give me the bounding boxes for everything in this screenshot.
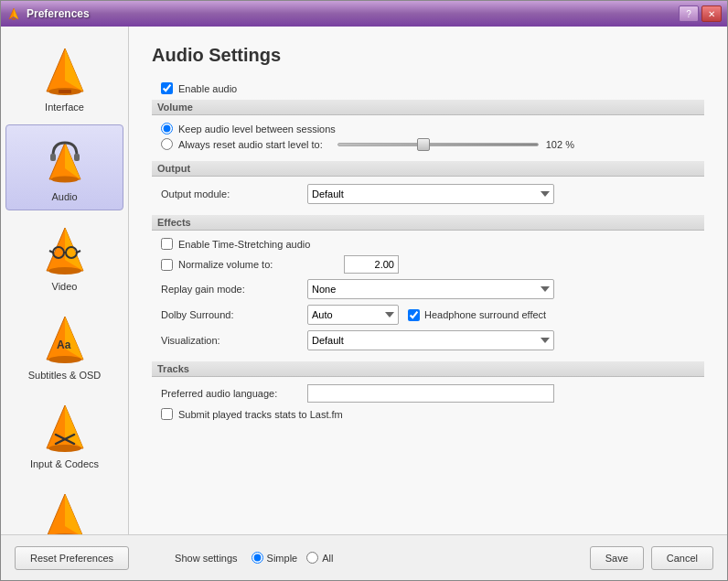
sidebar-item-input[interactable]: Input & Codecs bbox=[5, 393, 123, 477]
sidebar-interface-label: Interface bbox=[45, 102, 84, 113]
sidebar-item-interface[interactable]: Interface bbox=[5, 36, 123, 120]
time-stretch-checkbox[interactable] bbox=[161, 238, 173, 250]
volume-percent: 102 % bbox=[546, 139, 578, 150]
svg-rect-2 bbox=[12, 18, 16, 20]
reset-level-radio[interactable] bbox=[161, 138, 173, 150]
language-label: Preferred audio language: bbox=[161, 388, 307, 399]
preferences-window: Preferences ? ✕ Interface bbox=[0, 0, 728, 581]
language-input[interactable] bbox=[307, 384, 554, 403]
window-title: Preferences bbox=[27, 7, 90, 20]
simple-radio[interactable] bbox=[252, 552, 263, 564]
sidebar-video-label: Video bbox=[52, 281, 78, 292]
input-icon bbox=[37, 400, 92, 455]
headphone-row: Headphone surround effect bbox=[408, 309, 546, 321]
all-radio[interactable] bbox=[306, 552, 318, 564]
enable-audio-checkbox[interactable] bbox=[161, 82, 173, 94]
tracks-header: Tracks bbox=[152, 361, 704, 377]
all-radio-item: All bbox=[306, 552, 333, 564]
effects-section: Effects Enable Time-Stretching audio Nor… bbox=[152, 215, 704, 350]
sidebar-item-hotkeys[interactable]: Hotkeys bbox=[5, 481, 123, 534]
title-bar: Preferences ? ✕ bbox=[1, 1, 727, 27]
reset-level-row: Always reset audio start level to: 102 % bbox=[152, 138, 704, 150]
headphone-checkbox[interactable] bbox=[408, 309, 420, 321]
output-header: Output bbox=[152, 161, 704, 177]
replay-gain-label: Replay gain mode: bbox=[161, 284, 307, 295]
dolby-select[interactable]: Auto On Off bbox=[307, 305, 399, 325]
simple-label: Simple bbox=[267, 553, 298, 564]
volume-section: Volume Keep audio level between sessions… bbox=[152, 100, 704, 150]
content-area: Interface Audio bbox=[1, 27, 727, 534]
lastfm-row: Submit played tracks stats to Last.fm bbox=[152, 408, 704, 420]
sidebar-item-audio[interactable]: Audio bbox=[5, 124, 123, 210]
headphone-label: Headphone surround effect bbox=[424, 309, 546, 320]
subtitles-icon: Aa bbox=[37, 311, 92, 366]
keep-level-label: Keep audio level between sessions bbox=[178, 124, 336, 134]
svg-point-14 bbox=[48, 267, 81, 274]
svg-rect-10 bbox=[50, 154, 56, 161]
reset-button[interactable]: Reset Preferences bbox=[15, 546, 129, 570]
bottom-left: Reset Preferences Show settings Simple A… bbox=[15, 546, 333, 570]
save-button[interactable]: Save bbox=[590, 546, 644, 570]
cancel-button[interactable]: Cancel bbox=[651, 546, 713, 570]
svg-rect-6 bbox=[59, 90, 71, 93]
output-module-label: Output module: bbox=[161, 188, 307, 199]
reset-level-label: Always reset audio start level to: bbox=[178, 139, 323, 150]
replay-gain-select[interactable]: None Track Album bbox=[307, 279, 554, 299]
time-stretch-row: Enable Time-Stretching audio bbox=[152, 238, 704, 250]
hotkeys-icon bbox=[37, 489, 92, 534]
keep-level-row: Keep audio level between sessions bbox=[152, 123, 704, 134]
dolby-row: Dolby Surround: Auto On Off Headphone su… bbox=[152, 305, 704, 325]
bottom-bar: Reset Preferences Show settings Simple A… bbox=[1, 534, 727, 580]
normalize-spinbox[interactable] bbox=[344, 255, 399, 274]
volume-slider[interactable] bbox=[337, 143, 539, 146]
page-title: Audio Settings bbox=[152, 45, 704, 66]
dolby-label: Dolby Surround: bbox=[161, 309, 307, 320]
effects-header: Effects bbox=[152, 215, 704, 231]
help-button[interactable]: ? bbox=[679, 5, 699, 22]
dolby-controls: Auto On Off Headphone surround effect bbox=[307, 305, 546, 325]
svg-point-26 bbox=[48, 445, 81, 452]
sidebar-input-label: Input & Codecs bbox=[30, 458, 99, 469]
all-label: All bbox=[322, 553, 333, 564]
sidebar-subtitles-label: Subtitles & OSD bbox=[28, 370, 101, 381]
lastfm-label: Submit played tracks stats to Last.fm bbox=[178, 409, 343, 420]
close-button[interactable]: ✕ bbox=[701, 5, 722, 22]
output-section: Output Output module: Default ALSA Pulse… bbox=[152, 161, 704, 204]
main-panel: Audio Settings Enable audio Volume Keep … bbox=[129, 27, 727, 534]
show-settings-group: Simple All bbox=[252, 552, 334, 564]
volume-slider-container: 102 % bbox=[337, 139, 578, 150]
language-row: Preferred audio language: bbox=[152, 384, 704, 403]
sidebar-audio-label: Audio bbox=[51, 191, 77, 202]
normalize-checkbox[interactable] bbox=[161, 259, 173, 271]
audio-icon bbox=[37, 133, 92, 188]
output-module-row: Output module: Default ALSA PulseAudio J… bbox=[152, 184, 704, 204]
visualization-select[interactable]: Default Spectrum Scope Vumeters bbox=[307, 330, 554, 350]
normalize-label: Normalize volume to: bbox=[178, 259, 273, 270]
sidebar-item-video[interactable]: Video bbox=[5, 215, 123, 299]
svg-point-9 bbox=[51, 176, 79, 182]
enable-audio-label: Enable audio bbox=[178, 83, 237, 94]
replay-gain-row: Replay gain mode: None Track Album bbox=[152, 279, 704, 299]
bottom-buttons: Save Cancel bbox=[590, 546, 713, 570]
lastfm-checkbox[interactable] bbox=[161, 408, 173, 420]
time-stretch-label: Enable Time-Stretching audio bbox=[178, 239, 310, 250]
video-icon bbox=[37, 222, 92, 277]
show-settings-label: Show settings bbox=[175, 553, 237, 564]
enable-audio-row: Enable audio bbox=[152, 82, 704, 94]
output-module-select[interactable]: Default ALSA PulseAudio JACK bbox=[307, 184, 554, 204]
app-icon bbox=[6, 6, 21, 21]
visualization-label: Visualization: bbox=[161, 335, 307, 346]
tracks-section: Tracks Preferred audio language: Submit … bbox=[152, 361, 704, 420]
svg-point-22 bbox=[48, 356, 81, 363]
sidebar: Interface Audio bbox=[1, 27, 129, 534]
svg-marker-1 bbox=[14, 8, 18, 19]
volume-header: Volume bbox=[152, 100, 704, 115]
svg-rect-11 bbox=[74, 154, 80, 161]
keep-level-radio[interactable] bbox=[161, 123, 173, 134]
title-buttons: ? ✕ bbox=[679, 5, 722, 22]
interface-icon bbox=[37, 43, 92, 98]
title-bar-left: Preferences bbox=[6, 6, 90, 21]
svg-text:Aa: Aa bbox=[57, 339, 71, 351]
simple-radio-item: Simple bbox=[252, 552, 298, 564]
sidebar-item-subtitles[interactable]: Aa Subtitles & OSD bbox=[5, 304, 123, 388]
